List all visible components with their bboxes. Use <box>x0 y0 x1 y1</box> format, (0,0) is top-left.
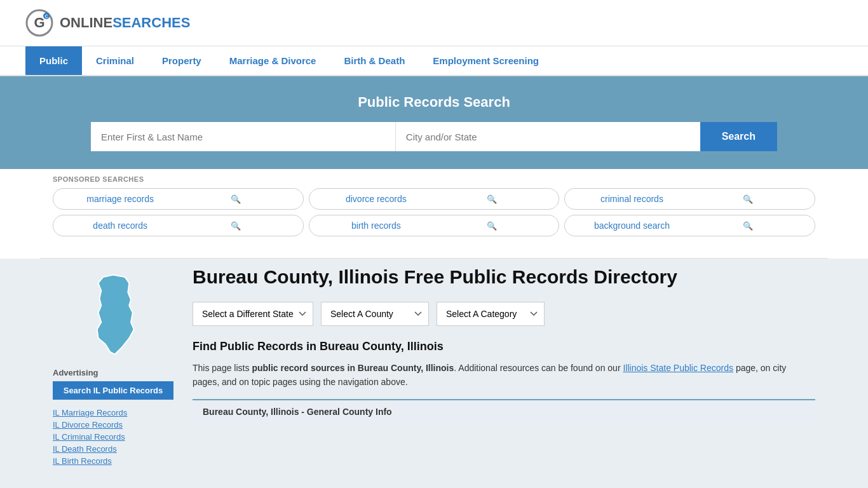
sponsored-item-marriage[interactable]: marriage records 🔍 <box>53 188 304 210</box>
sponsored-section: SPONSORED SEARCHES marriage records 🔍 di… <box>40 169 828 259</box>
location-input[interactable] <box>396 122 700 151</box>
logo-icon: G C <box>25 9 53 37</box>
nav-item-criminal[interactable]: Criminal <box>82 46 148 75</box>
search-icon-death: 🔍 <box>178 221 294 231</box>
search-icon-divorce: 🔍 <box>434 194 550 204</box>
svg-text:G: G <box>34 15 44 30</box>
sidebar: Advertising Search IL Public Records IL … <box>53 259 180 480</box>
logo-text: ONLINESEARCHES <box>60 15 190 31</box>
description: This page lists public record sources in… <box>193 361 815 390</box>
state-select[interactable]: Select a Different State <box>193 302 313 326</box>
sidebar-link-criminal[interactable]: IL Criminal Records <box>53 431 173 442</box>
search-icon-marriage: 🔍 <box>178 194 294 204</box>
sidebar-ad-title: Advertising <box>53 368 173 377</box>
sponsored-label: SPONSORED SEARCHES <box>53 175 815 183</box>
name-input[interactable] <box>91 122 396 151</box>
dropdowns-row: Select a Different State Select A County… <box>193 302 815 326</box>
state-map <box>53 270 173 359</box>
nav-item-public[interactable]: Public <box>25 46 82 75</box>
illinois-public-records-link[interactable]: Illinois State Public Records <box>623 363 733 373</box>
category-select[interactable]: Select A Category <box>437 302 545 326</box>
nav-item-marriage[interactable]: Marriage & Divorce <box>215 46 330 75</box>
logo[interactable]: G C ONLINESEARCHES <box>25 9 190 37</box>
search-icon-birth: 🔍 <box>434 221 550 231</box>
svg-text:C: C <box>44 14 48 18</box>
county-select[interactable]: Select A County <box>321 302 429 326</box>
site-header: G C ONLINESEARCHES <box>0 0 868 46</box>
sponsored-item-birth[interactable]: birth records 🔍 <box>309 215 560 236</box>
nav-item-employment[interactable]: Employment Screening <box>419 46 553 75</box>
main-nav: Public Criminal Property Marriage & Divo… <box>0 46 868 76</box>
info-bar: Bureau County, Illinois - General County… <box>193 399 815 423</box>
hero-title: Public Records Search <box>25 94 843 111</box>
main-content: Bureau County, Illinois Free Public Reco… <box>180 259 815 480</box>
sponsored-item-background[interactable]: background search 🔍 <box>564 215 815 236</box>
sponsored-item-criminal[interactable]: criminal records 🔍 <box>564 188 815 210</box>
hero-section: Public Records Search Search <box>0 76 868 169</box>
sponsored-item-divorce[interactable]: divorce records 🔍 <box>309 188 560 210</box>
sidebar-link-marriage[interactable]: IL Marriage Records <box>53 407 173 417</box>
nav-item-property[interactable]: Property <box>148 46 215 75</box>
sponsored-item-death[interactable]: death records 🔍 <box>53 215 304 236</box>
search-icon-background: 🔍 <box>690 221 806 231</box>
sidebar-links: IL Marriage Records IL Divorce Records I… <box>53 407 173 466</box>
sidebar-link-divorce[interactable]: IL Divorce Records <box>53 419 173 430</box>
sidebar-ad-button[interactable]: Search IL Public Records <box>53 381 173 400</box>
section-heading: Find Public Records in Bureau County, Il… <box>193 340 815 353</box>
search-button[interactable]: Search <box>700 122 777 151</box>
sidebar-link-death[interactable]: IL Death Records <box>53 444 173 454</box>
page-title: Bureau County, Illinois Free Public Reco… <box>193 265 815 289</box>
main-wrapper: Advertising Search IL Public Records IL … <box>40 259 828 480</box>
sidebar-link-birth[interactable]: IL Birth Records <box>53 456 173 466</box>
sponsored-grid: marriage records 🔍 divorce records 🔍 cri… <box>53 188 815 236</box>
nav-item-birth[interactable]: Birth & Death <box>330 46 419 75</box>
illinois-map-svg <box>78 270 148 359</box>
search-bar: Search <box>91 122 777 151</box>
search-icon-criminal: 🔍 <box>690 194 806 204</box>
